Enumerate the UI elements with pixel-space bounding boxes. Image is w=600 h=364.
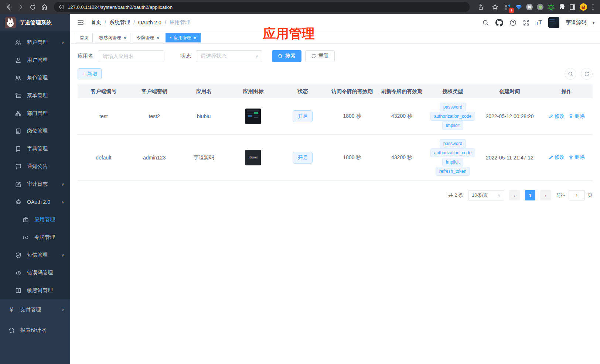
cell-created: 2022-05-12 00:28:20 <box>479 98 541 135</box>
breadcrumb-home[interactable]: 首页 <box>91 19 101 26</box>
edit-label: 修改 <box>555 113 565 120</box>
browser-back-button[interactable] <box>4 2 14 12</box>
tab-label: 应用管理 <box>174 35 191 41</box>
sidebar-item-dict[interactable]: 字典管理 <box>0 140 70 158</box>
github-icon[interactable] <box>495 19 503 27</box>
edit-button[interactable]: 修改 <box>549 113 565 120</box>
green-star-icon[interactable] <box>548 4 555 11</box>
breadcrumb-oauth[interactable]: OAuth 2.0 <box>138 20 161 25</box>
reset-button[interactable]: 重置 <box>305 50 335 62</box>
close-icon[interactable]: × <box>194 35 197 40</box>
caret-down-icon[interactable]: ▾ <box>593 21 594 25</box>
cell-access-ttl: 1800 秒 <box>327 135 377 181</box>
next-page-button[interactable]: › <box>540 190 551 200</box>
dept-icon <box>15 110 21 117</box>
close-icon[interactable]: × <box>157 35 160 40</box>
plus-icon: + <box>82 71 85 77</box>
page-size-select[interactable]: 10条/页 ∨ <box>468 190 504 200</box>
ext-blocks-icon[interactable]: 9 <box>504 4 511 11</box>
shield-check-icon <box>15 252 21 258</box>
bookmark-star-icon[interactable] <box>490 2 500 12</box>
sidebar-item-notice[interactable]: 通知公告 <box>0 158 70 175</box>
sidebar-item-oauth[interactable]: OAuth 2.0 ∧ <box>0 193 70 211</box>
tab-application[interactable]: ● 应用管理 × <box>166 33 200 42</box>
notice-icon <box>15 164 21 170</box>
refresh-table-button[interactable] <box>581 68 593 80</box>
sidebar-item-label: 报表设计器 <box>20 327 46 334</box>
tab-sensitive[interactable]: 敏感词管理 × <box>95 33 130 42</box>
tab-token[interactable]: 令牌管理 × <box>133 33 164 42</box>
fullscreen-icon[interactable] <box>523 19 530 26</box>
post-icon <box>15 128 21 134</box>
delete-button[interactable]: 删除 <box>569 113 585 120</box>
col-app-name: 应用名 <box>179 85 229 98</box>
add-button[interactable]: + 新增 <box>78 68 102 79</box>
font-size-icon[interactable]: TT <box>536 20 542 25</box>
sidebar-item-user[interactable]: 用户管理 <box>0 51 70 69</box>
user-avatar[interactable] <box>548 17 559 28</box>
browser-home-button[interactable] <box>39 2 50 12</box>
emoji-avatar-icon[interactable] <box>580 3 587 11</box>
share-icon[interactable] <box>475 2 486 12</box>
breadcrumb-separator: / <box>165 20 166 25</box>
sidebar-item-sensitive[interactable]: 敏感词管理 <box>0 282 70 299</box>
gem-icon[interactable] <box>515 4 522 10</box>
address-bar[interactable]: 127.0.0.1:1024/system/oauth2/oauth2/appl… <box>54 2 470 12</box>
app-logo[interactable]: 芋道管理系统 <box>0 14 70 31</box>
sidebar-item-sms[interactable]: 短信管理 ∨ <box>0 246 70 264</box>
kebab-menu-icon[interactable] <box>591 4 595 10</box>
users-icon <box>15 40 21 46</box>
delete-button[interactable]: 删除 <box>569 154 585 161</box>
goto-page-input[interactable] <box>569 190 585 200</box>
sidebar-item-report[interactable]: 报表设计器 <box>0 320 70 341</box>
search-icon[interactable] <box>482 19 489 26</box>
puzzle-extensions-icon[interactable] <box>559 4 565 10</box>
status-badge: 开启 <box>293 152 313 164</box>
split-square-icon[interactable] <box>569 4 576 10</box>
username[interactable]: 芋道源码 <box>566 19 586 26</box>
sidebar-item-audit[interactable]: 审计日志 ∨ <box>0 175 70 193</box>
browser-forward-button[interactable] <box>16 2 26 12</box>
goto-label: 前往 <box>556 192 566 199</box>
tab-label: 敏感词管理 <box>99 35 121 41</box>
sidebar-item-tenant[interactable]: 租户管理 ∨ <box>0 34 70 51</box>
sidebar-collapse-icon[interactable] <box>76 18 85 27</box>
table-header-row: 客户端编号 客户端密钥 应用名 应用图标 状态 访问令牌的有效期 刷新令牌的有效… <box>78 85 593 98</box>
app-title: 芋道管理系统 <box>20 20 52 26</box>
sidebar-item-oauth-application[interactable]: 应用管理 <box>0 211 70 229</box>
sidebar-item-dept[interactable]: 部门管理 <box>0 104 70 122</box>
breadcrumb-current: 应用管理 <box>170 19 190 26</box>
cell-app-name: biubiu <box>179 98 229 135</box>
sidebar-item-oauth-token[interactable]: 令牌管理 <box>0 229 70 246</box>
sidebar-item-label: 字典管理 <box>27 145 48 152</box>
sidebar-item-role[interactable]: 角色管理 <box>0 69 70 87</box>
prev-page-button[interactable]: ‹ <box>509 190 520 200</box>
col-app-icon: 应用图标 <box>228 85 278 98</box>
add-button-label: 新增 <box>87 71 97 77</box>
sidebar-item-label: 短信管理 <box>27 252 48 258</box>
cell-client-secret: test2 <box>130 98 179 135</box>
help-icon[interactable] <box>509 19 517 26</box>
command-circle-icon[interactable]: ⌘ <box>526 4 533 10</box>
col-client-secret: 客户端密钥 <box>130 85 179 98</box>
search-button[interactable]: 搜索 <box>272 50 301 62</box>
edit-button[interactable]: 修改 <box>549 154 565 161</box>
site-info-icon[interactable] <box>59 4 64 10</box>
breadcrumb-system[interactable]: 系统管理 <box>109 19 130 26</box>
record-circle-icon[interactable] <box>537 4 543 10</box>
page-1-button[interactable]: 1 <box>525 190 535 200</box>
status-select[interactable]: 请选择状态 ∨ <box>196 50 262 62</box>
browser-reload-button[interactable] <box>27 2 38 12</box>
toggle-search-button[interactable] <box>565 68 576 80</box>
tab-home[interactable]: 首页 <box>76 33 93 42</box>
dict-icon <box>15 146 21 152</box>
sidebar-item-pay[interactable]: ¥ 支付管理 ∨ <box>0 299 70 320</box>
sidebar-item-menu[interactable]: 菜单管理 <box>0 87 70 104</box>
sidebar-item-post[interactable]: 岗位管理 <box>0 122 70 140</box>
col-grant-types: 授权类型 <box>427 85 479 98</box>
sidebar-item-errcode[interactable]: 错误码管理 <box>0 264 70 282</box>
page-size-value: 10条/页 <box>472 192 488 199</box>
grant-type-tag: refresh_token <box>436 167 470 176</box>
app-name-input[interactable] <box>98 50 164 62</box>
close-icon[interactable]: × <box>123 35 126 40</box>
